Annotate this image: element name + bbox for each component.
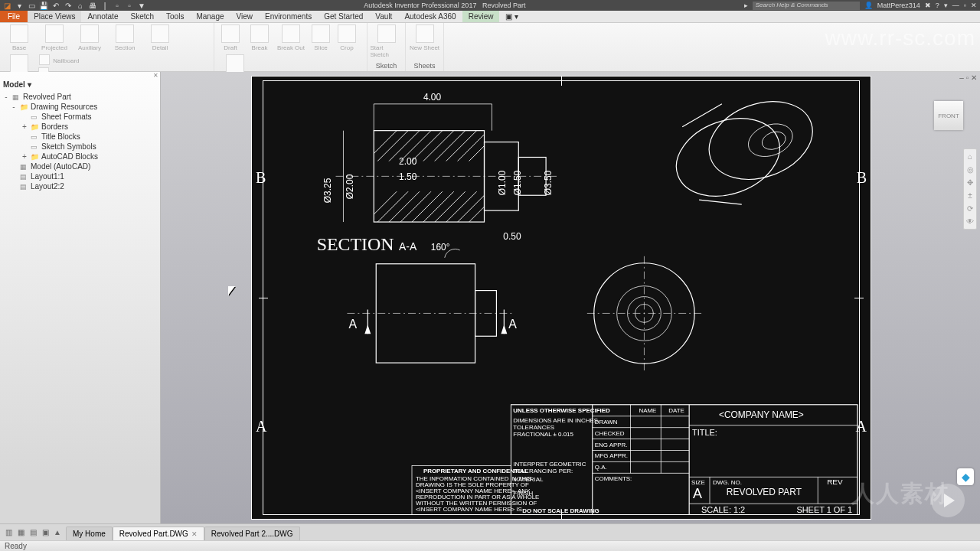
file-tab[interactable]: File: [0, 11, 28, 22]
btn-section[interactable]: Section: [109, 24, 141, 51]
tab-sketch[interactable]: Sketch: [124, 11, 160, 22]
btn-slice[interactable]: Slice: [309, 24, 332, 51]
redo-icon[interactable]: ↷: [64, 2, 72, 9]
svg-line-45: [682, 104, 722, 127]
qat-dropdown-icon[interactable]: ▼: [138, 2, 145, 9]
title-block: UNLESS OTHERWISE SPECIFIED DIMENSIONS AR…: [412, 405, 858, 515]
doctab-myhome[interactable]: My Home: [66, 527, 113, 540]
svg-point-37: [628, 297, 662, 331]
browser-header[interactable]: Model ▾: [0, 79, 160, 90]
close-button[interactable]: ✕: [971, 2, 977, 9]
tree-node[interactable]: -Drawing Resources: [0, 102, 160, 112]
svg-line-21: [412, 172, 473, 233]
tree-node[interactable]: Sheet Formats: [0, 112, 160, 122]
app-menu-icon[interactable]: ◪: [3, 2, 11, 9]
minimize-button[interactable]: —: [952, 2, 959, 9]
twisty-icon[interactable]: -: [11, 103, 17, 111]
doctab-revolved-part-2[interactable]: Revolved Part 2....DWG: [204, 527, 300, 540]
tree-node[interactable]: Layout2:2: [0, 181, 160, 191]
print-icon[interactable]: 🖶: [89, 2, 96, 9]
tab-tools[interactable]: Tools: [160, 11, 190, 22]
nav-orbit-icon[interactable]: ⟳: [967, 204, 973, 213]
corner-badge-icon[interactable]: ◆: [957, 468, 974, 485]
btn-base[interactable]: Base: [3, 24, 35, 51]
tab-view[interactable]: View: [230, 11, 260, 22]
help-icon[interactable]: ?: [936, 2, 939, 9]
btn-break[interactable]: Break: [247, 24, 273, 51]
tab-a360[interactable]: Autodesk A360: [398, 11, 462, 22]
misc1-icon[interactable]: ▫: [113, 2, 121, 9]
tree-node[interactable]: +AutoCAD Blocks: [0, 152, 160, 161]
app-title: Autodesk Inventor Professional 2017 Revo…: [145, 2, 744, 9]
nav-look-icon[interactable]: 👁: [966, 217, 974, 226]
btn-nailboard[interactable]: Nailboard: [38, 54, 80, 67]
undo-icon[interactable]: ↶: [52, 2, 60, 9]
vnav3-icon[interactable]: ▤: [28, 528, 38, 536]
exchange-icon[interactable]: ✖: [925, 2, 931, 9]
tree-node[interactable]: Title Blocks: [0, 132, 160, 142]
tab-place-views[interactable]: Place Views: [28, 11, 81, 22]
nav-wheel-icon[interactable]: ◎: [967, 165, 974, 174]
doctab-close-icon[interactable]: ✕: [191, 530, 198, 538]
btn-new-sheet[interactable]: New Sheet: [409, 24, 441, 51]
tree-node[interactable]: -Revolved Part: [0, 92, 160, 102]
tab-environments[interactable]: Environments: [259, 11, 318, 22]
btn-auxiliary[interactable]: Auxiliary: [74, 24, 106, 51]
navigation-bar: ⌂ ◎ ✥ ± ⟳ 👁: [963, 148, 977, 230]
btn-start-sketch[interactable]: Start Sketch: [371, 24, 403, 58]
play-overlay-icon[interactable]: [931, 484, 965, 517]
viewcube[interactable]: FRONT: [934, 101, 963, 130]
cursor-icon: [228, 286, 236, 297]
nav-pan-icon[interactable]: ✥: [967, 178, 973, 187]
vnav4-icon[interactable]: ▣: [40, 528, 51, 536]
vnav2-icon[interactable]: ▦: [15, 528, 26, 536]
tab-annotate[interactable]: Annotate: [81, 11, 124, 22]
svg-line-7: [366, 112, 427, 173]
vp-close-icon[interactable]: ✕: [971, 73, 977, 82]
btn-crop[interactable]: Crop: [335, 24, 358, 51]
svg-text:REV: REV: [827, 478, 843, 486]
vnav-up-icon[interactable]: ▲: [52, 528, 63, 536]
tree-label: Sheet Formats: [41, 112, 92, 121]
help-dropdown-icon[interactable]: ▾: [944, 2, 948, 9]
sheet-icon: [31, 133, 38, 141]
signin-icon[interactable]: 👤: [864, 2, 873, 9]
new-icon[interactable]: ▾: [15, 2, 23, 9]
dim-d3-25: Ø3.25: [322, 178, 333, 203]
vp-max-icon[interactable]: ▫: [966, 73, 969, 82]
tab-get-started[interactable]: Get Started: [318, 11, 369, 22]
user-name[interactable]: MattPerez314: [877, 2, 920, 9]
tree-label: Sketch Symbols: [41, 142, 96, 151]
twisty-icon[interactable]: -: [3, 93, 9, 101]
svg-text:DATE: DATE: [668, 407, 684, 414]
btn-detail[interactable]: Detail: [144, 24, 176, 51]
tree-node[interactable]: Layout1:1: [0, 171, 160, 181]
vnav1-icon[interactable]: ▥: [3, 528, 14, 536]
tab-vault[interactable]: Vault: [369, 11, 398, 22]
search-input[interactable]: Search Help & Commands: [753, 2, 860, 10]
drawing-canvas[interactable]: B B A A: [161, 72, 980, 523]
save-icon[interactable]: 💾: [40, 2, 47, 9]
tree-node[interactable]: +Borders: [0, 122, 160, 132]
browser-close-icon[interactable]: ✕: [152, 72, 160, 79]
open-icon[interactable]: ▭: [28, 2, 35, 9]
btn-draft[interactable]: Draft: [217, 24, 243, 51]
tree-node[interactable]: Model (AutoCAD): [0, 161, 160, 171]
btn-projected[interactable]: Projected: [38, 24, 70, 51]
tab-manage[interactable]: Manage: [190, 11, 230, 22]
svg-rect-58: [593, 405, 689, 515]
svg-text:<COMPANY NAME>: <COMPANY NAME>: [719, 409, 804, 420]
nav-zoom-icon[interactable]: ±: [968, 191, 972, 200]
restore-button[interactable]: ▫: [964, 2, 966, 9]
tab-extras[interactable]: ▣ ▾: [499, 11, 524, 22]
nav-home-icon[interactable]: ⌂: [968, 152, 972, 161]
doctab-revolved-part[interactable]: Revolved Part.DWG✕: [113, 527, 204, 540]
twisty-icon[interactable]: +: [21, 152, 28, 161]
tree-node[interactable]: Sketch Symbols: [0, 142, 160, 152]
tab-review[interactable]: Review: [462, 11, 500, 22]
vp-min-icon[interactable]: –: [959, 73, 964, 82]
twisty-icon[interactable]: +: [21, 122, 28, 131]
misc2-icon[interactable]: ▫: [126, 2, 133, 9]
home-icon[interactable]: ⌂: [77, 2, 84, 9]
btn-breakout[interactable]: Break Out: [276, 24, 306, 51]
